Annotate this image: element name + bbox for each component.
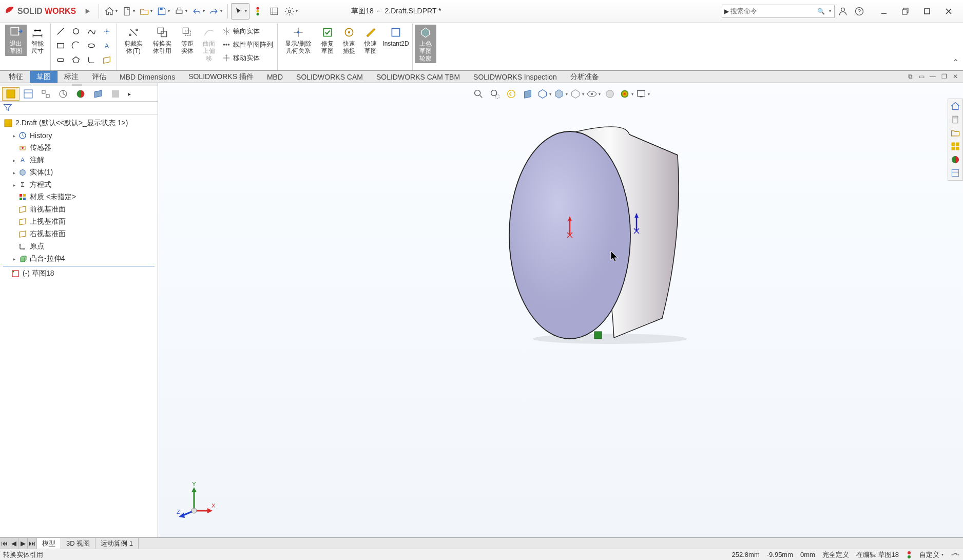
viewport[interactable]: ▾ ▾ ▾ ▾ ▾ ▾ — [158, 83, 963, 537]
status-link-icon[interactable] — [951, 551, 960, 558]
tree-current-sketch[interactable]: (-) 草图18 — [1, 267, 157, 280]
doc-close-icon[interactable]: ✕ — [951, 72, 960, 81]
appearance-tab[interactable] — [72, 87, 89, 101]
search-input[interactable] — [730, 7, 817, 15]
render-icon[interactable]: ▾ — [635, 87, 650, 101]
tree-item[interactable]: 右视基准面 — [1, 228, 157, 240]
show-relations-button[interactable]: 显示/删除 几何关系 — [280, 25, 317, 56]
shade-outline-button[interactable]: 上色 草图 轮廓 — [415, 25, 436, 63]
ribbon-tab[interactable]: 标注 — [57, 71, 85, 83]
ellipse-tool[interactable] — [84, 39, 99, 52]
feature-tree-tab[interactable] — [2, 87, 20, 101]
slot-tool[interactable] — [53, 53, 68, 67]
tree-item[interactable]: ▸History — [1, 129, 157, 142]
doc-tile-icon[interactable]: ⧉ — [906, 72, 915, 81]
taskpane-library-icon[interactable] — [949, 113, 961, 126]
bottom-tab[interactable]: 运动算例 1 — [95, 538, 139, 549]
display2-tab[interactable] — [107, 87, 124, 101]
minimize-button[interactable] — [874, 3, 894, 20]
line-tool[interactable] — [53, 25, 68, 38]
bottom-tab[interactable]: 模型 — [37, 538, 61, 549]
tree-filter[interactable] — [0, 102, 158, 115]
tree-expand-icon[interactable]: ▸ — [10, 182, 17, 188]
select-button[interactable]: ▾ — [231, 3, 249, 20]
ribbon-collapse-button[interactable]: ⌃ — [952, 57, 959, 67]
tree-item[interactable]: ▸Σ方程式 — [1, 179, 157, 191]
offset-button[interactable]: 等距 实体 — [177, 25, 198, 56]
tree-item[interactable]: ▸A注解 — [1, 154, 157, 166]
ribbon-tab[interactable]: SOLIDWORKS CAM TBM — [370, 71, 467, 83]
tree-expand-icon[interactable]: ▸ — [10, 158, 17, 163]
display-tab[interactable] — [89, 87, 107, 101]
move-entities-button[interactable]: 移动实体 — [220, 51, 275, 65]
doc-restore-icon[interactable]: ❐ — [939, 72, 949, 81]
maximize-button[interactable] — [917, 3, 937, 20]
save-button[interactable]: ▾ — [155, 3, 172, 20]
convert-entities-button[interactable]: 转换实 体引用 — [148, 25, 177, 56]
trim-button[interactable]: 剪裁实 体(T) — [119, 25, 148, 56]
tree-item[interactable]: 原点 — [1, 240, 157, 253]
tree-item[interactable]: ▸实体(1) — [1, 166, 157, 179]
model-cylinder[interactable] — [507, 124, 697, 350]
text-tool[interactable]: A — [99, 39, 114, 52]
hide-show-icon[interactable]: ▾ — [570, 87, 584, 101]
point-tool[interactable] — [99, 25, 114, 38]
redo-button[interactable]: ▾ — [207, 3, 224, 20]
taskpane-explorer-icon[interactable] — [949, 127, 961, 139]
taskpane-view-icon[interactable] — [949, 140, 961, 152]
spline-tool[interactable] — [84, 25, 99, 38]
display-style-icon[interactable]: ▾ — [553, 87, 568, 101]
tree-item[interactable]: 上视基准面 — [1, 216, 157, 228]
taskpane-home-icon[interactable] — [949, 100, 961, 112]
view-triad[interactable]: Y X Z — [174, 481, 215, 522]
tab-next-icon[interactable]: ▶ — [18, 538, 28, 549]
tree-item[interactable]: 传感器 — [1, 142, 157, 154]
ribbon-tab[interactable]: 分析准备 — [564, 71, 606, 83]
play-button[interactable] — [79, 3, 95, 20]
instant2d-button[interactable]: Instant2D — [381, 25, 410, 48]
quick-sketch-button[interactable]: 快速 草图 — [360, 25, 381, 56]
config-manager-tab[interactable] — [37, 87, 54, 101]
ribbon-tab[interactable]: MBD — [260, 71, 290, 83]
search-icon[interactable]: 🔍 — [817, 8, 825, 15]
restore-button[interactable] — [895, 3, 916, 20]
scene-icon[interactable]: ▾ — [619, 87, 633, 101]
tree-root[interactable]: 2.Draft (默认<<默认>_显示状态 1>) — [1, 117, 157, 129]
home-button[interactable]: ▾ — [102, 3, 120, 20]
settings-button[interactable]: ▾ — [282, 3, 300, 20]
tree-item[interactable]: 前视基准面 — [1, 203, 157, 216]
doc-cascade-icon[interactable]: ▭ — [917, 72, 926, 81]
tab-prev-icon[interactable]: ◀ — [9, 538, 18, 549]
ribbon-tab[interactable]: 评估 — [85, 71, 113, 83]
ribbon-tab[interactable]: MBD Dimensions — [113, 71, 182, 83]
open-button[interactable]: ▾ — [137, 3, 155, 20]
ribbon-tab[interactable]: SOLIDWORKS Inspection — [467, 71, 564, 83]
search-dropdown[interactable]: ▾ — [826, 9, 834, 13]
bottom-tab[interactable]: 3D 视图 — [61, 538, 95, 549]
zoom-fit-icon[interactable] — [471, 87, 486, 101]
arc-tool[interactable] — [68, 39, 84, 52]
tab-first-icon[interactable]: ⏮ — [0, 538, 9, 549]
tree-item[interactable]: 材质 <未指定> — [1, 191, 157, 203]
property-manager-tab[interactable] — [20, 87, 37, 101]
dimxpert-tab[interactable] — [54, 87, 72, 101]
ribbon-tab[interactable]: 特征 — [2, 71, 30, 83]
tree-expand-icon[interactable]: ▸ — [10, 170, 17, 176]
section-view-icon[interactable] — [521, 87, 535, 101]
zoom-area-icon[interactable] — [488, 87, 502, 101]
fillet-tool[interactable] — [84, 53, 99, 67]
linear-pattern-button[interactable]: 线性草图阵列 — [220, 38, 275, 51]
appearance-icon[interactable] — [603, 87, 617, 101]
repair-sketch-button[interactable]: 修复 草图 — [317, 25, 338, 56]
new-button[interactable]: ▾ — [120, 3, 137, 20]
rectangle-tool[interactable] — [53, 39, 68, 52]
ribbon-tab[interactable]: 草图 — [30, 71, 57, 83]
tab-last-icon[interactable]: ⏭ — [28, 538, 37, 549]
taskpane-appearance-icon[interactable] — [949, 153, 961, 166]
taskpane-properties-icon[interactable] — [949, 167, 961, 179]
circle-tool[interactable] — [68, 25, 84, 38]
panel-grip-icon[interactable] — [72, 84, 82, 86]
search-box[interactable]: ▶ 🔍 ▾ — [722, 5, 835, 18]
exit-sketch-button[interactable]: 退出 草图 — [5, 25, 27, 56]
options-button[interactable] — [266, 3, 282, 20]
